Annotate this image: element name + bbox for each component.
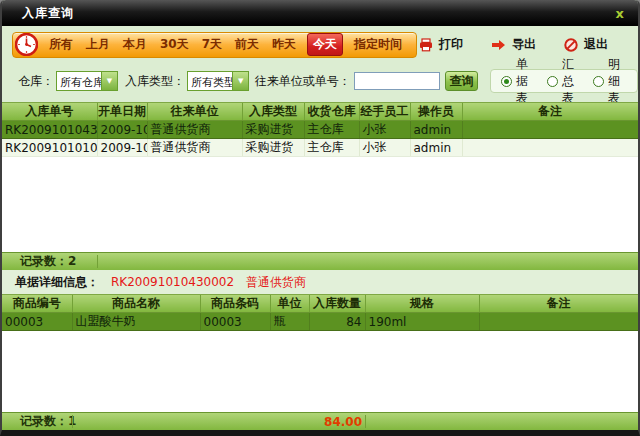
- export-button[interactable]: 导出: [491, 36, 536, 53]
- filter-7-days[interactable]: 7天: [200, 34, 224, 55]
- filter-all[interactable]: 所有: [47, 34, 75, 55]
- column-header[interactable]: 往来单位: [147, 103, 242, 121]
- table-cell: 小张: [359, 121, 410, 139]
- table-cell: 00003: [200, 313, 270, 331]
- table-cell: 山盟酸牛奶: [72, 313, 200, 331]
- column-header[interactable]: 商品编号: [2, 295, 72, 313]
- detail-order-number: RK20091010430002: [111, 275, 234, 289]
- filter-this-month[interactable]: 本月: [121, 34, 149, 55]
- table-cell: 普通供货商: [147, 121, 242, 139]
- filter-today[interactable]: 今天: [307, 33, 343, 56]
- filter-row: 仓库： 所有仓库 ▼ 入库类型： 所有类型 ▼ 往来单位或单号： 查询 单据表: [2, 69, 638, 93]
- action-buttons: 打印 导出: [419, 36, 628, 53]
- table-cell: 2009-10-10: [97, 121, 147, 139]
- table-cell: 00003: [2, 313, 72, 331]
- column-header[interactable]: 经手员工: [359, 103, 410, 121]
- filter-date-range[interactable]: 指定时间: [352, 34, 404, 55]
- entry-type-label: 入库类型：: [125, 73, 185, 90]
- column-header[interactable]: 规格: [365, 295, 479, 313]
- column-header[interactable]: 单位: [270, 295, 309, 313]
- items-record-count-bar: 记录数：1 84.00: [2, 412, 638, 430]
- table-row-selected[interactable]: RK20091010430002 2009-10-10 普通供货商 采购进货 主…: [2, 121, 638, 139]
- entry-type-selected-value: 所有类型: [188, 72, 232, 90]
- radio-document-report[interactable]: 单据表: [501, 56, 535, 107]
- detail-info-row: 单据详细信息： RK20091010430002 普通供货商: [2, 270, 638, 294]
- column-header[interactable]: 备注: [479, 295, 638, 313]
- table-cell: 主仓库: [304, 139, 359, 157]
- chevron-down-icon: ▼: [101, 72, 117, 90]
- export-label: 导出: [512, 36, 536, 53]
- radio-label: 明细表: [608, 56, 627, 107]
- orders-record-count: 记录数：2: [2, 253, 76, 270]
- table-row[interactable]: RK20091010100001 2009-10-10 普通供货商 采购进货 主…: [2, 139, 638, 157]
- filter-last-month[interactable]: 上月: [84, 34, 112, 55]
- column-header[interactable]: 入库类型: [242, 103, 304, 121]
- column-header[interactable]: 商品条码: [200, 295, 270, 313]
- date-filter-bar: 所有 上月 本月 30天 7天 前天 昨天 今天 指定时间: [12, 32, 417, 58]
- detail-supplier: 普通供货商: [246, 274, 306, 291]
- exit-button[interactable]: 退出: [564, 36, 608, 53]
- orders-record-count-bar: 记录数：2: [2, 252, 638, 270]
- window-title: 入库查询: [22, 5, 74, 22]
- printer-icon: [419, 38, 433, 52]
- radio-unchecked-icon: [547, 76, 558, 87]
- detail-label: 单据详细信息：: [15, 274, 99, 291]
- exit-icon: [564, 38, 578, 52]
- table-cell: 采购进货: [242, 121, 304, 139]
- entry-type-select[interactable]: 所有类型 ▼: [187, 71, 249, 91]
- print-button[interactable]: 打印: [419, 36, 463, 53]
- window-content: 所有 上月 本月 30天 7天 前天 昨天 今天 指定时间: [2, 26, 638, 430]
- filter-day-before-yesterday[interactable]: 前天: [233, 34, 261, 55]
- table-row-selected[interactable]: 00003 山盟酸牛奶 00003 瓶 84 190ml: [2, 313, 638, 331]
- table-cell: RK20091010100001: [2, 139, 97, 157]
- radio-label: 汇总表: [562, 56, 581, 107]
- chevron-down-icon: ▼: [232, 72, 248, 90]
- filter-yesterday[interactable]: 昨天: [270, 34, 298, 55]
- print-label: 打印: [439, 36, 463, 53]
- table-cell: 2009-10-10: [97, 139, 147, 157]
- orders-grid: 入库单号 开单日期 往来单位 入库类型 收货仓库 经手员工 操作员 备注 RK2…: [2, 102, 638, 270]
- table-cell: RK20091010430002: [2, 121, 97, 139]
- table-cell: admin: [410, 121, 462, 139]
- table-cell: 190ml: [365, 313, 479, 331]
- column-header[interactable]: 开单日期: [97, 103, 147, 121]
- search-input[interactable]: [354, 72, 440, 90]
- orders-grid-empty-area: [2, 157, 638, 252]
- radio-summary-report[interactable]: 汇总表: [547, 56, 581, 107]
- table-cell: [479, 313, 638, 331]
- column-header[interactable]: 入库数量: [309, 295, 365, 313]
- filter-30-days[interactable]: 30天: [158, 34, 191, 55]
- column-header[interactable]: 商品名称: [72, 295, 200, 313]
- title-bar: 入库查询 x: [2, 0, 638, 26]
- orders-header-row: 入库单号 开单日期 往来单位 入库类型 收货仓库 经手员工 操作员 备注: [2, 103, 638, 121]
- clock-icon: [15, 33, 38, 56]
- toolbar: 所有 上月 本月 30天 7天 前天 昨天 今天 指定时间: [2, 26, 638, 58]
- table-cell: 采购进货: [242, 139, 304, 157]
- quantity-total: 84.00: [2, 415, 365, 429]
- footer-divider: [97, 255, 98, 268]
- warehouse-select[interactable]: 所有仓库 ▼: [56, 71, 118, 91]
- table-cell-quantity: 84: [309, 313, 365, 331]
- radio-label: 单据表: [516, 56, 535, 107]
- table-cell: 小张: [359, 139, 410, 157]
- search-label: 往来单位或单号：: [255, 73, 351, 90]
- table-cell: 瓶: [270, 313, 309, 331]
- column-header[interactable]: 收货仓库: [304, 103, 359, 121]
- warehouse-selected-value: 所有仓库: [57, 72, 101, 90]
- column-header[interactable]: 备注: [462, 103, 638, 121]
- radio-detail-report[interactable]: 明细表: [593, 56, 627, 107]
- close-icon[interactable]: x: [612, 6, 628, 21]
- table-cell: 普通供货商: [147, 139, 242, 157]
- orders-table: 入库单号 开单日期 往来单位 入库类型 收货仓库 经手员工 操作员 备注 RK2…: [2, 103, 638, 157]
- items-header-row: 商品编号 商品名称 商品条码 单位 入库数量 规格 备注: [2, 295, 638, 313]
- exit-label: 退出: [584, 36, 608, 53]
- column-header[interactable]: 入库单号: [2, 103, 97, 121]
- query-button[interactable]: 查询: [445, 71, 478, 91]
- app-window: 入库查询 x 所有 上: [0, 0, 640, 436]
- table-cell: [462, 121, 638, 139]
- column-header[interactable]: 操作员: [410, 103, 462, 121]
- items-table: 商品编号 商品名称 商品条码 单位 入库数量 规格 备注 00003 山盟酸牛奶…: [2, 295, 638, 331]
- radio-unchecked-icon: [593, 76, 604, 87]
- report-mode-group: 单据表 汇总表 明细表: [490, 69, 638, 93]
- items-grid: 商品编号 商品名称 商品条码 单位 入库数量 规格 备注 00003 山盟酸牛奶…: [2, 294, 638, 430]
